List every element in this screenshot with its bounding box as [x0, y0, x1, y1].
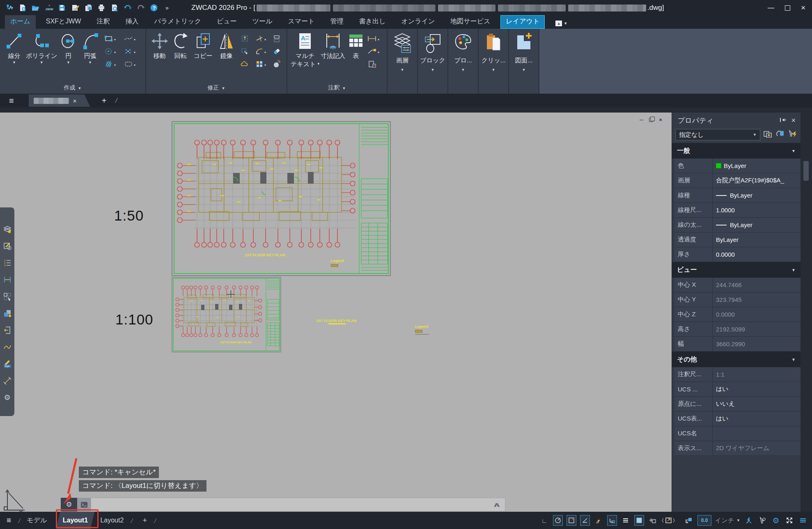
revision-cloud-tool[interactable]: ▾: [124, 59, 143, 71]
polygon-tool[interactable]: ▾: [104, 46, 123, 58]
ribbon-collapse-down-icon[interactable]: ▼: [564, 21, 567, 25]
doc-restore-icon[interactable]: [649, 118, 653, 122]
prop-row-color[interactable]: 色 ByLayer: [674, 159, 801, 173]
jww-import-icon[interactable]: JWW: [44, 3, 53, 12]
tab-manage[interactable]: 管理: [325, 15, 349, 29]
panel-block[interactable]: ブロック ▼: [418, 29, 448, 94]
panel-layers[interactable]: 画層 ▼: [388, 29, 418, 94]
spline-tool[interactable]: ▾: [124, 34, 143, 45]
edit-object-icon[interactable]: [3, 242, 12, 251]
tab-smart[interactable]: スマート: [283, 15, 320, 29]
mirror-button[interactable]: 鏡像: [216, 30, 237, 71]
open-file-icon[interactable]: [31, 3, 40, 12]
lineweight-display-icon[interactable]: [607, 515, 617, 526]
settings-gear-icon[interactable]: ⚙: [771, 515, 781, 526]
prop-row-layer[interactable]: 画層 合院户型A2F(19#)$0$A_: [674, 173, 801, 188]
numbered-list-icon[interactable]: 123: [3, 258, 12, 267]
polyline-button[interactable]: ポリライン ▼: [26, 30, 57, 71]
prop-row-ucs-name[interactable]: UCS名: [674, 426, 801, 441]
prop-row-thickness[interactable]: 厚さ 0.0000: [674, 247, 801, 262]
preview-icon[interactable]: [110, 3, 119, 12]
tab-parametric[interactable]: パラメトリック: [149, 15, 206, 29]
prop-row-ucs[interactable]: UCS ... はい: [674, 382, 801, 397]
status-menu-icon[interactable]: [798, 515, 808, 526]
prop-row-height[interactable]: 高さ 2192.5099: [674, 322, 801, 337]
xref-open-icon[interactable]: [3, 326, 12, 335]
annotation-visibility-icon[interactable]: [684, 515, 694, 526]
model-tab[interactable]: モデル: [27, 516, 47, 525]
match-display-icon[interactable]: [3, 309, 12, 318]
statusbar-menu-icon[interactable]: ≡: [7, 516, 11, 525]
layout1-tab-active[interactable]: Layout1: [56, 512, 94, 529]
dim-precision-icon[interactable]: 0.0: [697, 515, 711, 526]
move-button[interactable]: 移動: [149, 30, 170, 71]
maximize-button[interactable]: [785, 5, 790, 11]
polyline-measure-icon[interactable]: [3, 343, 12, 352]
quick-select-icon[interactable]: [763, 129, 773, 140]
save-icon[interactable]: [57, 3, 67, 12]
print-icon[interactable]: [97, 3, 106, 12]
panel-properties[interactable]: プロ... ▼: [448, 29, 479, 94]
circle-button[interactable]: 円 ▼: [58, 30, 78, 71]
snap-tracking-icon[interactable]: [580, 515, 590, 526]
panel-clipboard[interactable]: クリッ... ▼: [479, 29, 509, 94]
section-misc[interactable]: その他▼: [672, 352, 801, 367]
dimension-tool-icon[interactable]: [3, 275, 12, 284]
polar-tracking-icon[interactable]: [553, 515, 563, 526]
rectangle-tool[interactable]: ▾: [104, 34, 123, 45]
leader-tool[interactable]: ▾: [367, 46, 384, 58]
new-file-icon[interactable]: [18, 3, 27, 12]
measure-line-icon[interactable]: [3, 376, 12, 385]
ribbon-collapse-up-icon[interactable]: ▲: [555, 21, 562, 26]
tab-home[interactable]: ホーム: [5, 15, 36, 29]
fillet-tool[interactable]: ▾: [255, 46, 272, 58]
horizontal-scrollbar[interactable]: ∧: [91, 498, 505, 511]
undo-icon[interactable]: [123, 3, 132, 12]
table-style-tool[interactable]: [367, 59, 384, 71]
copy-button[interactable]: コピー: [191, 30, 215, 71]
erase-tool[interactable]: [273, 46, 284, 58]
doc-minimize-icon[interactable]: ─: [640, 117, 643, 123]
group-label-modify[interactable]: 修正▼: [146, 84, 287, 92]
stretch-tool[interactable]: [241, 34, 255, 45]
zwcad-logo-icon[interactable]: [5, 3, 14, 12]
tab-map-service[interactable]: 地図サービス: [445, 15, 495, 29]
pqp-tool-icon[interactable]: PQP: [3, 359, 12, 368]
transparency-icon[interactable]: [621, 515, 631, 526]
document-close-icon[interactable]: ×: [73, 97, 77, 104]
rotate-button[interactable]: 回転: [170, 30, 190, 71]
save-as-icon[interactable]: [71, 3, 80, 12]
prop-row-width[interactable]: 幅 3660.2990: [674, 337, 801, 352]
prop-row-center-y[interactable]: 中心 Y 323.7945: [674, 292, 801, 307]
object-snap-icon[interactable]: [567, 515, 576, 526]
group-label-create[interactable]: 作成▼: [0, 84, 145, 92]
select-objects-icon[interactable]: [787, 129, 797, 140]
vertical-scrollbar-thumb[interactable]: [803, 161, 809, 181]
prop-row-annotation-scale[interactable]: 注釈尺... 1:1: [674, 367, 801, 382]
section-general[interactable]: 一般▼: [672, 143, 801, 159]
ortho-mode-icon[interactable]: ∟: [539, 515, 549, 526]
close-button[interactable]: ×: [801, 3, 805, 12]
layout-canvas[interactable]: ─ ×: [0, 113, 672, 512]
properties-close-icon[interactable]: ×: [791, 116, 796, 125]
prop-row-linetype[interactable]: 線種 ByLayer: [674, 188, 801, 203]
selection-filter-dropdown[interactable]: 指定なし▼: [675, 129, 760, 140]
dynamic-input-icon[interactable]: [594, 515, 603, 526]
doc-close-icon[interactable]: ×: [659, 117, 662, 123]
tab-layout-active[interactable]: レイアウト: [500, 15, 545, 29]
tab-export[interactable]: 書き出し: [354, 15, 391, 29]
auto-hide-pin-icon[interactable]: [780, 117, 786, 124]
tab-insert[interactable]: 挿入: [120, 15, 144, 29]
prop-row-ucs-display[interactable]: UCS表... はい: [674, 412, 801, 426]
redo-icon[interactable]: [136, 3, 145, 12]
prop-row-ucs-origin[interactable]: 原点に... いいえ: [674, 397, 801, 412]
quick-properties-icon[interactable]: [757, 515, 767, 526]
tab-sxf-jww[interactable]: SXFとJWW: [41, 15, 87, 29]
tab-online[interactable]: オンライン: [396, 15, 440, 29]
prop-row-visual-style[interactable]: 表示ス... 2D ワイヤフレーム: [674, 441, 801, 456]
trim-tool[interactable]: ▾: [255, 34, 272, 45]
unit-dropdown[interactable]: インチ▼: [715, 517, 740, 524]
add-layout-button[interactable]: +: [143, 516, 147, 525]
panel-drawing[interactable]: 図面... ▼: [509, 29, 539, 94]
help-icon[interactable]: ?: [149, 3, 158, 12]
